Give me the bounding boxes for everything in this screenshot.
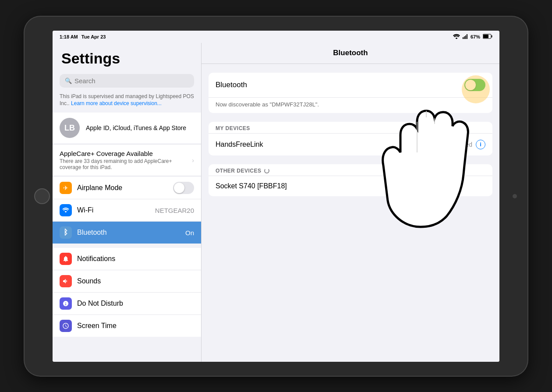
sidebar: Settings 🔍 This iPad is supervised and m… (53, 43, 202, 362)
wifi-icon (453, 34, 460, 40)
battery-percent: 67% (471, 34, 480, 39)
sounds-label: Sounds (77, 277, 194, 285)
status-bar-left: 1:18 AM Tue Apr 23 (60, 34, 106, 39)
donotdisturb-label: Do Not Disturb (77, 300, 194, 307)
bluetooth-label: Bluetooth (77, 229, 180, 237)
time-display: 1:18 AM (60, 34, 78, 39)
applecare-chevron: › (192, 157, 194, 164)
svg-rect-3 (467, 34, 467, 39)
home-button[interactable] (34, 188, 50, 204)
device-info-button-handsfreelink[interactable]: i (476, 140, 485, 149)
other-devices-header: OTHER DEVICES (209, 164, 492, 176)
svg-rect-2 (465, 35, 466, 39)
connectivity-settings-group: ✈ Airplane Mode (53, 177, 201, 244)
wifi-settings-icon (60, 204, 72, 216)
device-row-handsfreelink[interactable]: HandsFreeLink Not Connected i (209, 133, 492, 155)
search-box[interactable]: 🔍 (60, 74, 194, 88)
airplane-label: Airplane Mode (77, 184, 168, 192)
applecare-subtitle: There are 33 days remaining to add Apple… (60, 158, 192, 170)
notifications-icon (60, 253, 72, 265)
status-bar-right: 67% (453, 34, 492, 40)
right-panel: Bluetooth Bluetooth Now discoverable as … (202, 43, 499, 362)
sidebar-item-screentime[interactable]: Screen Time (53, 315, 201, 337)
cellular-icon (463, 34, 468, 40)
screentime-label: Screen Time (77, 322, 194, 330)
main-content: Settings 🔍 This iPad is supervised and m… (53, 43, 499, 362)
account-label: Apple ID, iCloud, iTunes & App Store (86, 124, 186, 131)
avatar: LB (60, 118, 80, 138)
sidebar-item-notifications[interactable]: Notifications (53, 248, 201, 270)
supervision-notice: This iPad is supervised and managed by L… (60, 93, 194, 108)
airplane-toggle[interactable] (173, 182, 194, 194)
sidebar-item-airplane[interactable]: ✈ Airplane Mode (53, 177, 201, 199)
applecare-title: AppleCare+ Coverage Available (60, 150, 192, 157)
general-settings-group: Notifications Sounds (53, 248, 201, 337)
bluetooth-value: On (185, 229, 194, 237)
search-icon: 🔍 (65, 78, 72, 84)
device-row-socket[interactable]: Socket S740 [FBBF18] (209, 176, 492, 196)
panel-body: Bluetooth Now discoverable as "DMPWF32TJ… (202, 64, 499, 362)
panel-title-bar: Bluetooth (202, 43, 499, 64)
svg-rect-0 (463, 37, 464, 39)
device-name-handsfreelink: HandsFreeLink (216, 141, 263, 148)
svg-rect-5 (492, 35, 492, 37)
panel-title: Bluetooth (333, 49, 368, 57)
my-devices-card: MY DEVICES HandsFreeLink Not Connected i (209, 122, 492, 155)
device-status-handsfreelink: Not Connected i (432, 140, 485, 149)
bluetooth-header: Bluetooth (209, 73, 492, 98)
svg-rect-1 (464, 36, 465, 39)
my-devices-header: MY DEVICES (209, 122, 492, 133)
device-name-socket: Socket S740 [FBBF18] (216, 182, 287, 190)
bluetooth-card-title: Bluetooth (216, 81, 247, 89)
wifi-value: NETGEAR20 (155, 207, 194, 214)
battery-icon (483, 34, 492, 40)
camera (513, 194, 517, 198)
wifi-label: Wi-Fi (77, 206, 150, 214)
screentime-icon (60, 320, 72, 332)
notifications-label: Notifications (77, 255, 194, 263)
sidebar-item-bluetooth[interactable]: ᛒ Bluetooth On (53, 222, 201, 244)
account-row[interactable]: LB Apple ID, iCloud, iTunes & App Store (53, 113, 201, 143)
status-bar: 1:18 AM Tue Apr 23 (53, 31, 499, 43)
bluetooth-discoverable-text: Now discoverable as "DMPWF32TJ28L". (209, 98, 492, 113)
bluetooth-toggle[interactable] (464, 79, 485, 91)
donotdisturb-icon (60, 297, 72, 310)
date-display: Tue Apr 23 (81, 34, 106, 39)
bluetooth-card: Bluetooth Now discoverable as "DMPWF32TJ… (209, 73, 492, 113)
search-input[interactable] (74, 77, 189, 85)
applecare-row[interactable]: AppleCare+ Coverage Available There are … (53, 144, 201, 176)
sidebar-item-donotdisturb[interactable]: Do Not Disturb (53, 293, 201, 315)
bluetooth-icon: ᛒ (60, 226, 72, 239)
airplane-icon: ✈ (60, 182, 72, 194)
svg-rect-6 (483, 35, 488, 38)
ipad-screen: 1:18 AM Tue Apr 23 (53, 31, 499, 362)
sidebar-item-wifi[interactable]: Wi-Fi NETGEAR20 (53, 199, 201, 222)
other-devices-card: OTHER DEVICES Socket S740 [FBBF18] (209, 164, 492, 196)
ipad-frame: 1:18 AM Tue Apr 23 (25, 17, 527, 376)
settings-title: Settings (53, 43, 201, 71)
sounds-icon (60, 275, 72, 287)
sidebar-item-sounds[interactable]: Sounds (53, 270, 201, 293)
supervision-link[interactable]: Learn more about device supervision... (71, 100, 162, 106)
scanning-spinner (264, 168, 269, 173)
